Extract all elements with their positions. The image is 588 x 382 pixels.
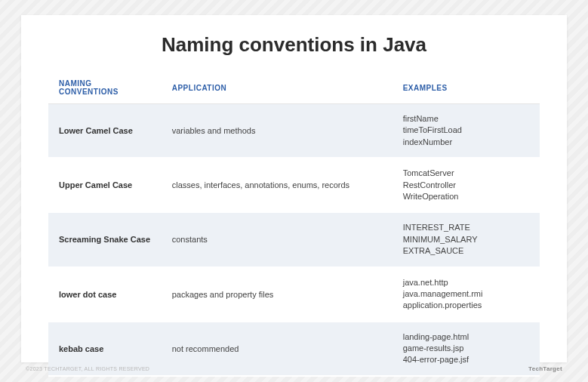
col-header-application: APPLICATION — [162, 72, 393, 104]
table-row: lower dot case packages and property fil… — [48, 267, 540, 322]
convention-application: constants — [162, 212, 393, 266]
table-row: Screaming Snake Case constants INTEREST_… — [48, 212, 540, 266]
convention-name: Screaming Snake Case — [48, 212, 162, 266]
footer-brand: TechTarget — [528, 365, 562, 372]
convention-examples: TomcatServer RestController WriteOperati… — [393, 158, 540, 212]
convention-name: lower dot case — [48, 267, 162, 322]
table-row: Upper Camel Case classes, interfaces, an… — [48, 158, 540, 212]
convention-application: packages and property files — [162, 267, 393, 322]
convention-application: variables and methods — [162, 104, 393, 159]
page-title: Naming conventions in Java — [48, 33, 540, 57]
col-header-naming: NAMING CONVENTIONS — [48, 72, 162, 104]
convention-name: Lower Camel Case — [48, 104, 162, 159]
table-header-row: NAMING CONVENTIONS APPLICATION EXAMPLES — [48, 72, 540, 104]
footer-copyright: ©2023 TECHTARGET, ALL RIGHTS RESERVED — [26, 366, 149, 371]
col-header-examples: EXAMPLES — [393, 72, 540, 104]
page-footer: ©2023 TECHTARGET, ALL RIGHTS RESERVED Te… — [21, 362, 567, 372]
convention-examples: java.net.http java.management.rmi applic… — [393, 267, 540, 322]
convention-application: classes, interfaces, annotations, enums,… — [162, 158, 393, 212]
convention-name: Upper Camel Case — [48, 158, 162, 212]
convention-examples: firstName timeToFirstLoad indexNumber — [393, 104, 540, 159]
table-row: Lower Camel Case variables and methods f… — [48, 104, 540, 159]
content-card: Naming conventions in Java NAMING CONVEN… — [21, 15, 567, 362]
conventions-table: NAMING CONVENTIONS APPLICATION EXAMPLES … — [48, 72, 540, 377]
convention-examples: INTEREST_RATE MINIMUM_SALARY EXTRA_SAUCE — [393, 212, 540, 266]
